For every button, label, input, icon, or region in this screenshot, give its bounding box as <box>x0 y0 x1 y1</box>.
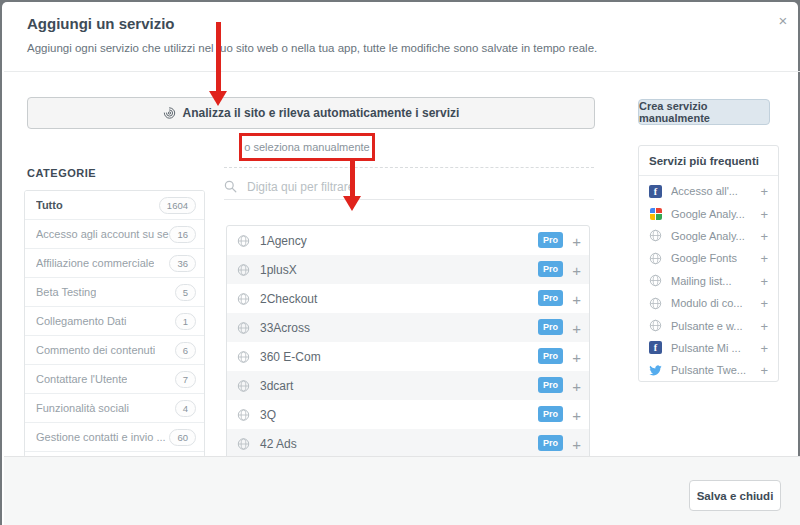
service-list-item[interactable]: 360 E-Com Pro + <box>227 342 589 371</box>
add-service-plus-icon[interactable]: + <box>572 320 581 335</box>
pro-badge: Pro <box>538 319 563 335</box>
add-service-plus-icon[interactable]: + <box>572 436 581 451</box>
add-service-plus-icon[interactable]: + <box>572 407 581 422</box>
service-name: 3dcart <box>260 379 293 393</box>
search-icon <box>224 180 237 193</box>
add-frequent-service-plus-icon[interactable]: + <box>760 207 768 220</box>
dashed-separator <box>224 167 594 168</box>
frequent-service-label: Modulo di co... <box>671 297 743 309</box>
add-frequent-service-plus-icon[interactable]: + <box>760 341 768 354</box>
category-count-badge: 60 <box>169 429 196 446</box>
category-label: Collegamento Dati <box>36 315 127 327</box>
category-list-item[interactable]: Accesso agli account su se... 16 <box>25 220 204 249</box>
category-label: Accesso agli account su se... <box>36 228 169 240</box>
frequent-service-item[interactable]: Google Analy... + <box>639 202 778 224</box>
analyze-button-label: Analizza il sito e rileva automaticament… <box>183 106 460 120</box>
frequent-service-item[interactable]: f Pulsante Mi ... + <box>639 337 778 359</box>
frequent-service-item[interactable]: Modulo di co... + <box>639 292 778 314</box>
globe-icon <box>237 292 250 305</box>
search-input[interactable] <box>247 180 594 194</box>
service-list-item[interactable]: 3dcart Pro + <box>227 371 589 400</box>
frequent-service-label: Pulsante e w... <box>671 320 743 332</box>
services-panel: 1Agency Pro + 1plusX Pro + <box>226 225 590 458</box>
category-label: Gestione contatti e invio ... <box>36 431 166 443</box>
service-name: 33Across <box>260 321 310 335</box>
analyze-site-button[interactable]: Analizza il sito e rileva automaticament… <box>27 97 595 129</box>
service-list-item[interactable]: 1Agency Pro + <box>227 226 589 255</box>
frequent-service-item[interactable]: Pulsante Twe... + <box>639 359 778 381</box>
frequent-service-item[interactable]: Pulsante e w... + <box>639 314 778 336</box>
service-list-item[interactable]: 1plusX Pro + <box>227 255 589 284</box>
add-frequent-service-plus-icon[interactable]: + <box>760 252 768 265</box>
add-frequent-service-plus-icon[interactable]: + <box>760 297 768 310</box>
service-list-item[interactable]: 3Q Pro + <box>227 400 589 429</box>
globe-icon <box>237 350 250 363</box>
add-service-plus-icon[interactable]: + <box>572 233 581 248</box>
globe-icon <box>237 379 250 392</box>
create-service-manually-button[interactable]: Crea servizio manualmente <box>638 99 770 125</box>
category-list-item[interactable]: Tutto 1604 <box>25 191 204 220</box>
category-list-item[interactable]: Commento dei contenuti 6 <box>25 336 204 365</box>
add-service-plus-icon[interactable]: + <box>572 349 581 364</box>
globe-icon <box>649 252 662 265</box>
radar-spiral-icon <box>163 107 176 120</box>
category-label: Beta Testing <box>36 286 96 298</box>
category-count-badge: 7 <box>175 371 196 388</box>
globe-icon <box>649 229 662 242</box>
add-service-plus-icon[interactable]: + <box>572 262 581 277</box>
frequent-service-label: Accesso all'... <box>671 185 738 197</box>
service-name: 360 E-Com <box>260 350 321 364</box>
globe-icon <box>237 321 250 334</box>
service-name: 3Q <box>260 408 276 422</box>
close-icon[interactable]: × <box>772 10 794 32</box>
pro-badge: Pro <box>538 406 563 422</box>
frequent-services-heading: Servizi più frequenti <box>639 146 778 176</box>
category-label: Funzionalità sociali <box>36 402 129 414</box>
category-count-badge: 36 <box>169 255 196 272</box>
frequent-service-item[interactable]: Mailing list... + <box>639 270 778 292</box>
frequent-service-item[interactable]: f Accesso all'... + <box>639 180 778 202</box>
globe-icon <box>237 263 250 276</box>
add-frequent-service-plus-icon[interactable]: + <box>760 229 768 242</box>
globe-icon <box>237 408 250 421</box>
add-frequent-service-plus-icon[interactable]: + <box>760 274 768 287</box>
search-bar <box>224 174 594 200</box>
pro-badge: Pro <box>538 435 563 451</box>
frequent-service-label: Google Analy... <box>671 208 745 220</box>
frequent-service-item[interactable]: Google Analy... + <box>639 225 778 247</box>
add-frequent-service-plus-icon[interactable]: + <box>760 364 768 377</box>
globe-icon <box>649 297 662 310</box>
frequent-service-item[interactable]: Google Fonts + <box>639 247 778 269</box>
pro-badge: Pro <box>538 261 563 277</box>
frequent-service-label: Google Analy... <box>671 230 745 242</box>
manual-select-highlight-box: o seleziona manualmente <box>239 133 375 161</box>
add-service-modal: Aggiungi un servizio Aggiungi ogni servi… <box>2 2 798 525</box>
service-list-item[interactable]: 42 Ads Pro + <box>227 429 589 458</box>
category-list-item[interactable]: Beta Testing 5 <box>25 278 204 307</box>
category-list-item[interactable]: Funzionalità sociali 4 <box>25 394 204 423</box>
service-name: 2Checkout <box>260 292 317 306</box>
service-list-item[interactable]: 33Across Pro + <box>227 313 589 342</box>
add-frequent-service-plus-icon[interactable]: + <box>760 185 768 198</box>
category-list-item[interactable]: Gestione contatti e invio ... 60 <box>25 423 204 452</box>
service-list-item[interactable]: 2Checkout Pro + <box>227 284 589 313</box>
category-count-badge: 6 <box>175 342 196 359</box>
add-service-plus-icon[interactable]: + <box>572 378 581 393</box>
category-count-badge: 5 <box>175 284 196 301</box>
add-frequent-service-plus-icon[interactable]: + <box>760 319 768 332</box>
category-list-item[interactable]: Affiliazione commerciale 36 <box>25 249 204 278</box>
category-list-item[interactable]: Collegamento Dati 1 <box>25 307 204 336</box>
add-service-plus-icon[interactable]: + <box>572 291 581 306</box>
globe-icon <box>649 274 662 287</box>
twitter-icon <box>649 364 662 377</box>
page-title: Aggiungi un servizio <box>27 15 175 32</box>
category-list-item[interactable]: Contattare l'Utente 7 <box>25 365 204 394</box>
frequent-services-panel: Servizi più frequenti f Accesso all'... … <box>638 145 779 382</box>
globe-icon <box>649 319 662 332</box>
service-name: 1plusX <box>260 263 297 277</box>
category-count-badge: 1 <box>175 313 196 330</box>
facebook-icon: f <box>649 341 662 354</box>
frequent-services-list: f Accesso all'... + Google Analy. <box>639 176 778 386</box>
save-and-close-button[interactable]: Salva e chiudi <box>689 480 781 511</box>
manual-select-label: o seleziona manualmente <box>244 141 369 153</box>
